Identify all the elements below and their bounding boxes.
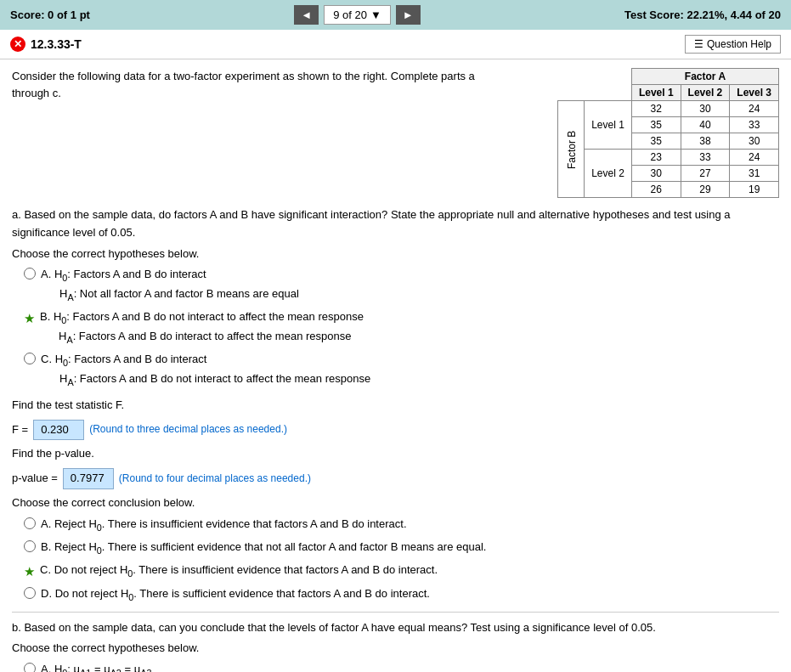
option-b-h0: H0: Factors A and B do not interact to a… [54, 310, 364, 323]
radio-conc-d[interactable] [24, 587, 36, 599]
conclusion-b-content: B. Reject H0. There is sufficient eviden… [41, 539, 486, 558]
empty-cell-2 [585, 69, 632, 85]
col-level2: Level 2 [681, 85, 730, 101]
list-icon: ☰ [694, 38, 703, 50]
factor-a-header: Factor A [631, 69, 778, 85]
part-a-section: a. Based on the sample data, do factors … [12, 206, 779, 605]
cell-r2c1v3: 26 [631, 182, 681, 198]
radio-pb-a[interactable] [24, 663, 36, 672]
option-b-hyp-content: B. H0: Factors A and B do not interact t… [40, 308, 364, 347]
question-number: 12.3.33-T [31, 37, 82, 51]
option-c-hyp-content: C. H0: Factors A and B do interact HA: F… [41, 351, 370, 390]
partb-option-a-content: A. H0: μA1 = μA2 = μA3 HA: μA1 ≠ μA2 ≠ μ… [41, 661, 157, 672]
cell-r1c1v2: 35 [631, 117, 681, 133]
help-label: Question Help [707, 38, 771, 50]
cell-r1c1v1: 32 [631, 101, 681, 117]
part-b-section: b. Based on the sample data, can you con… [12, 619, 779, 672]
col-level3: Level 3 [730, 85, 779, 101]
option-b-ha: HA: Factors A and B do interact to affec… [40, 330, 351, 342]
pval-value[interactable]: 0.7977 [63, 468, 114, 489]
row-level2: Level 2 [585, 150, 632, 198]
option-b-hyp[interactable]: ★ B. H0: Factors A and B do not interact… [12, 308, 779, 347]
intro-text: Consider the following data for a two-fa… [12, 68, 505, 101]
help-button[interactable]: ☰ Question Help [685, 35, 781, 54]
cell-r2c3v2: 31 [730, 166, 779, 182]
data-table: Factor A Level 1 Level 2 Level 3 Factor … [557, 68, 779, 198]
nav-area: ◄ 9 of 20 ▼ ► [294, 5, 420, 25]
option-a-hyp[interactable]: A. H0: Factors A and B do interact HA: N… [12, 266, 779, 305]
cell-r1c1v3: 35 [631, 133, 681, 150]
score-label: Score: 0 of 1 pt [10, 8, 90, 21]
x-icon: ✕ [10, 37, 25, 52]
part-a-question: a. Based on the sample data, do factors … [12, 206, 779, 242]
cell-r2c3v3: 19 [730, 182, 779, 198]
conclusion-c[interactable]: ★ C. Do not reject H0. There is insuffic… [12, 562, 779, 582]
pval-line: p-value = 0.7977 (Round to four decimal … [12, 468, 779, 489]
option-a-ha: HA: Not all factor A and factor B means … [41, 287, 299, 300]
radio-a-hyp[interactable] [24, 268, 36, 280]
empty-cell-1 [558, 69, 585, 85]
cell-r1c2v3: 38 [681, 133, 730, 150]
f-hint: (Round to three decimal places as needed… [89, 421, 287, 438]
dropdown-icon: ▼ [370, 8, 381, 21]
cell-r2c2v2: 27 [681, 166, 730, 182]
f-value[interactable]: 0.230 [33, 420, 84, 441]
cell-r1c3v2: 33 [730, 117, 779, 133]
option-a-h0: H0: Factors A and B do interact [54, 268, 206, 280]
conclusion-b[interactable]: B. Reject H0. There is sufficient eviden… [12, 539, 779, 558]
pval-eq-label: p-value = [12, 470, 58, 488]
problem-text: Consider the following data for a two-fa… [12, 68, 505, 101]
cell-r2c2v1: 33 [681, 150, 730, 166]
star-icon-b-hyp: ★ [24, 308, 35, 329]
cell-r1c3v1: 24 [730, 101, 779, 117]
radio-c-hyp[interactable] [24, 353, 36, 364]
conclusion-d[interactable]: D. Do not reject H0. There is sufficient… [12, 585, 779, 605]
conclusion-label: Choose the correct conclusion below. [12, 494, 779, 512]
row-level1: Level 1 [585, 101, 632, 150]
question-id: ✕ 12.3.33-T [10, 37, 82, 52]
option-a-hyp-content: A. H0: Factors A and B do interact HA: N… [41, 266, 299, 305]
conclusion-a-content: A. Reject H0. There is insufficient evid… [41, 516, 407, 535]
cell-r2c1v1: 23 [631, 150, 681, 166]
radio-conc-b[interactable] [24, 540, 36, 552]
radio-conc-a[interactable] [24, 517, 36, 529]
empty-cell-3 [558, 85, 585, 101]
conclusion-a[interactable]: A. Reject H0. There is insufficient evid… [12, 516, 779, 535]
cell-r2c2v3: 29 [681, 182, 730, 198]
conc-d-text: Do not reject H0. There is sufficient ev… [55, 587, 430, 600]
option-c-hyp[interactable]: C. H0: Factors A and B do interact HA: F… [12, 351, 779, 390]
test-score: Test Score: 22.21%, 4.44 of 20 [624, 8, 781, 21]
problem-area: Consider the following data for a two-fa… [12, 68, 779, 198]
page-text: 9 of 20 [333, 8, 367, 21]
option-c-h0: H0: Factors A and B do interact [55, 353, 207, 365]
pval-hint: (Round to four decimal places as needed.… [119, 471, 311, 487]
partb-option-a[interactable]: A. H0: μA1 = μA2 = μA3 HA: μA1 ≠ μA2 ≠ μ… [12, 661, 779, 672]
pval-label: Find the p-value. [12, 445, 779, 463]
conclusion-d-content: D. Do not reject H0. There is sufficient… [41, 585, 430, 605]
next-button[interactable]: ► [396, 5, 421, 25]
choose-hypotheses-label-a: Choose the correct hypotheses below. [12, 246, 779, 263]
conc-b-text: Reject H0. There is sufficient evidence … [54, 540, 487, 553]
part-b-question: b. Based on the sample data, can you con… [12, 619, 779, 637]
cell-r2c1v2: 30 [631, 166, 681, 182]
main-content: Consider the following data for a two-fa… [0, 59, 791, 672]
empty-cell-4 [585, 85, 632, 101]
conclusion-c-content: C. Do not reject H0. There is insufficie… [40, 562, 438, 581]
f-stat-label: Find the test statistic F. [12, 397, 779, 415]
pb-option-a-h0: H0: μA1 = μA2 = μA3 [54, 663, 152, 672]
col-level1: Level 1 [631, 85, 681, 101]
star-icon-conc-c: ★ [24, 562, 35, 582]
cell-r1c2v1: 30 [681, 101, 730, 117]
choose-hypotheses-label-b: Choose the correct hypotheses below. [12, 640, 779, 658]
conc-a-text: Reject H0. There is insufficient evidenc… [54, 517, 407, 530]
f-stat-line: F = 0.230 (Round to three decimal places… [12, 420, 779, 441]
divider [12, 612, 779, 613]
conc-c-text: Do not reject H0. There is insufficient … [54, 563, 438, 576]
page-indicator[interactable]: 9 of 20 ▼ [324, 5, 391, 25]
cell-r1c2v2: 40 [681, 117, 730, 133]
cell-r1c3v3: 30 [730, 133, 779, 150]
cell-r2c3v1: 24 [730, 150, 779, 166]
f-eq-label: F = [12, 421, 28, 439]
question-header: ✕ 12.3.33-T ☰ Question Help [0, 30, 791, 59]
prev-button[interactable]: ◄ [294, 5, 319, 25]
